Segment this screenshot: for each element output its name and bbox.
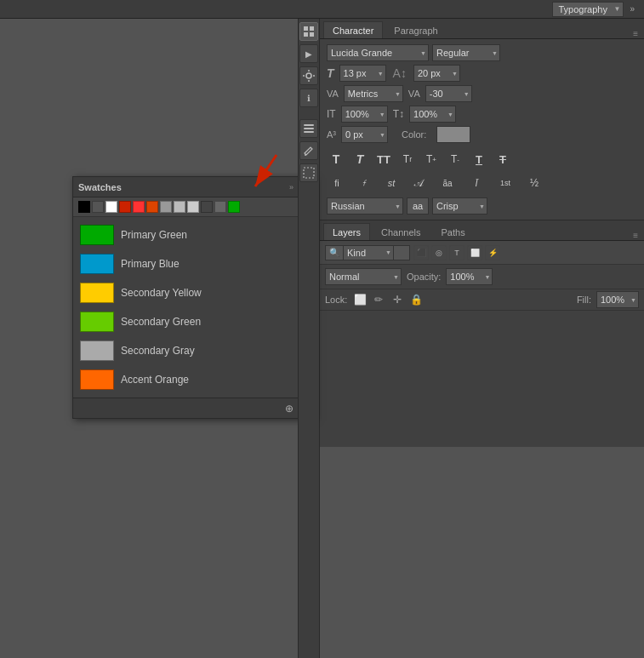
mini-swatch-dark2[interactable]	[214, 201, 226, 213]
mini-swatch-black[interactable]	[78, 201, 90, 213]
st-ligature-btn[interactable]: st	[381, 174, 402, 192]
antialiasing-select[interactable]: Crisp	[432, 197, 487, 215]
aa-styled-btn[interactable]: ãa	[436, 174, 459, 192]
tab-character[interactable]: Character	[323, 21, 383, 38]
swatch-item-accent-orange[interactable]: Accent Orange	[73, 365, 314, 394]
toolbar-selection-btn[interactable]	[299, 163, 318, 182]
type-filter-btn[interactable]: T	[449, 245, 464, 260]
tracking-input[interactable]	[425, 85, 472, 102]
font-size-input[interactable]	[339, 65, 386, 82]
h-scale-input[interactable]	[341, 106, 388, 123]
layers-content	[320, 311, 644, 447]
swatch-item-secondary-yellow[interactable]: Secondary Yellow	[73, 278, 314, 307]
toolbar-info-btn[interactable]: ℹ	[299, 89, 318, 107]
mini-swatch-gray1[interactable]	[92, 201, 104, 213]
language-select[interactable]: Russian	[327, 197, 403, 215]
tab-paths[interactable]: Paths	[432, 223, 475, 240]
character-panel-menu-btn[interactable]: ≡	[630, 29, 641, 38]
layers-toolbar: 🔍 Kind ⬛ ◎ T ⬜ ⚡	[320, 241, 644, 265]
pixel-filter-btn[interactable]: ⬛	[413, 245, 429, 260]
workspace-dropdown[interactable]: Typography	[552, 2, 624, 17]
fraction-btn[interactable]: ½	[524, 174, 544, 192]
swatch-item-secondary-gray[interactable]: Secondary Gray	[73, 336, 314, 365]
ordinal-text-btn[interactable]: 1st	[493, 174, 517, 192]
shape-filter-btn[interactable]: ⬜	[467, 245, 482, 260]
opacity-select[interactable]: 100%	[446, 268, 493, 285]
leading-input[interactable]	[413, 65, 460, 82]
swatch-item-primary-blue[interactable]: Primary Blue	[73, 249, 314, 278]
tab-layers[interactable]: Layers	[323, 223, 370, 240]
toolbar-settings-btn[interactable]	[299, 66, 318, 85]
expand-panels-arrow[interactable]: »	[627, 4, 637, 14]
swatch-label-secondary-gray: Secondary Gray	[121, 345, 195, 357]
lock-position-btn[interactable]: ✛	[390, 292, 405, 307]
swatches-footer: ⊕ 🗑	[73, 398, 314, 418]
swatches-expand-btn[interactable]: »	[288, 183, 295, 192]
lock-all-btn[interactable]: 🔒	[408, 292, 424, 307]
leading-icon: A↕	[393, 66, 407, 80]
settings-icon	[303, 70, 315, 82]
swatch-item-primary-green[interactable]: Primary Green	[73, 220, 314, 249]
color-swatch[interactable]	[436, 126, 470, 143]
superscript-btn[interactable]: T+	[422, 150, 441, 169]
swatch-label-secondary-green: Secondary Green	[121, 316, 201, 328]
toolbar-play-btn[interactable]: ▶	[299, 44, 318, 63]
strikethrough-btn[interactable]: T	[493, 150, 512, 169]
mini-swatch-gray2[interactable]	[160, 201, 172, 213]
mini-swatch-dark1[interactable]	[201, 201, 213, 213]
tab-paragraph[interactable]: Paragraph	[385, 21, 447, 38]
mini-swatch-gray4[interactable]	[187, 201, 199, 213]
layers-kind-select[interactable]: Kind	[343, 245, 394, 260]
aa-preview-btn[interactable]: aa	[407, 197, 429, 215]
fill-select-wrap: 100%	[596, 291, 639, 308]
blend-mode-select[interactable]: Normal	[325, 268, 402, 285]
smart-filter-btn[interactable]: ⚡	[485, 245, 500, 260]
kerning-select[interactable]: Metrics	[344, 85, 403, 102]
baseline-input[interactable]	[341, 126, 388, 143]
toolbar-layers-btn[interactable]	[299, 119, 318, 138]
ordinal-btn[interactable]: Ī	[466, 174, 487, 192]
color-label: Color:	[402, 129, 426, 140]
font-family-select[interactable]: Lucida Grande	[327, 44, 429, 61]
tab-channels[interactable]: Channels	[372, 223, 430, 240]
lock-image-btn[interactable]: ✏	[371, 292, 386, 307]
toolbar-edit-btn[interactable]	[299, 141, 318, 160]
layers-panel-menu-btn[interactable]: ≡	[630, 231, 641, 240]
swatch-item-secondary-green[interactable]: Secondary Green	[73, 307, 314, 336]
layers-panel: Layers Channels Paths ≡ 🔍 Kind	[320, 220, 644, 447]
mini-swatch-gray3[interactable]	[174, 201, 185, 213]
stylistic-btn[interactable]: 𝒜	[408, 174, 429, 192]
swatch-color-secondary-yellow	[80, 283, 114, 303]
small-caps-btn[interactable]: Tr	[398, 150, 417, 169]
font-style-select[interactable]: Regular	[432, 44, 500, 61]
blend-mode-wrap: Normal	[325, 268, 402, 285]
font-size-icon: T	[327, 66, 334, 80]
mini-swatch-red1[interactable]	[119, 201, 131, 213]
regular-type-btn[interactable]: T	[327, 150, 345, 169]
layers-blend-row: Normal Opacity: 100%	[320, 265, 644, 289]
font-row: Lucida Grande Regular	[327, 44, 637, 61]
mini-swatch-white[interactable]	[105, 201, 117, 213]
fl-ligature-btn[interactable]: ꬵ	[354, 174, 374, 192]
workspace-selector[interactable]: Typography »	[552, 2, 637, 17]
fill-select[interactable]: 100%	[596, 291, 639, 308]
mini-swatch-red3[interactable]	[146, 201, 158, 213]
type-style-row: T T TT Tr T+ T- T T	[327, 146, 637, 172]
new-swatch-icon[interactable]: ⊕	[285, 403, 294, 415]
underline-btn[interactable]: T	[470, 150, 488, 169]
kerning-icon: VA	[327, 89, 339, 99]
fi-ligature-btn[interactable]: fi	[327, 174, 347, 192]
adjustment-filter-btn[interactable]: ◎	[431, 245, 447, 260]
mini-swatch-red2[interactable]	[133, 201, 145, 213]
subscript-btn[interactable]: T-	[446, 150, 464, 169]
italic-type-btn[interactable]: T	[350, 150, 369, 169]
v-scale-input[interactable]	[409, 106, 456, 123]
swatch-label-secondary-yellow: Secondary Yellow	[121, 287, 202, 299]
v-scale-wrap	[409, 106, 456, 123]
mini-swatch-green[interactable]	[228, 201, 240, 213]
kerning-wrap: Metrics	[344, 85, 403, 102]
all-caps-btn[interactable]: TT	[374, 150, 393, 169]
swatches-title: Swatches	[78, 182, 122, 192]
toolbar-grid-btn[interactable]	[299, 22, 318, 41]
lock-transparent-btn[interactable]: ⬜	[352, 292, 368, 307]
